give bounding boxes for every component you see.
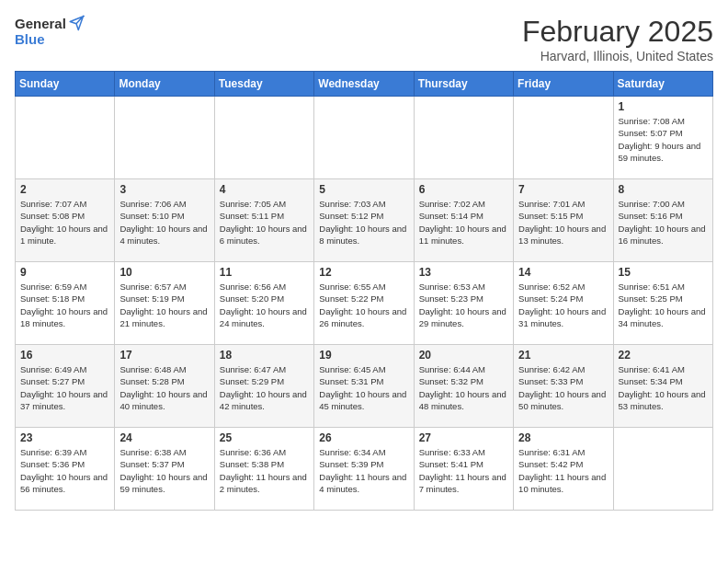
day-info: Sunrise: 6:55 AM Sunset: 5:22 PM Dayligh… [319, 281, 408, 329]
calendar-cell: 21Sunrise: 6:42 AM Sunset: 5:33 PM Dayli… [514, 345, 613, 428]
day-info: Sunrise: 7:08 AM Sunset: 5:07 PM Dayligh… [619, 115, 708, 164]
calendar-cell: 4Sunrise: 7:05 AM Sunset: 5:11 PM Daylig… [214, 179, 313, 262]
day-number: 21 [518, 349, 608, 362]
weekday-header-thursday: Thursday [414, 72, 513, 97]
day-info: Sunrise: 6:41 AM Sunset: 5:34 PM Dayligh… [619, 363, 708, 412]
calendar-cell: 23Sunrise: 6:39 AM Sunset: 5:36 PM Dayli… [16, 428, 115, 511]
day-info: Sunrise: 6:34 AM Sunset: 5:39 PM Dayligh… [319, 446, 408, 495]
calendar-week-row: 2Sunrise: 7:07 AM Sunset: 5:08 PM Daylig… [16, 179, 713, 262]
day-info: Sunrise: 6:49 AM Sunset: 5:27 PM Dayligh… [20, 363, 109, 412]
day-info: Sunrise: 6:45 AM Sunset: 5:31 PM Dayligh… [319, 363, 408, 412]
day-info: Sunrise: 6:39 AM Sunset: 5:36 PM Dayligh… [20, 446, 109, 495]
day-number: 24 [119, 431, 209, 444]
calendar-cell: 14Sunrise: 6:52 AM Sunset: 5:24 PM Dayli… [514, 262, 613, 345]
calendar-cell: 20Sunrise: 6:44 AM Sunset: 5:32 PM Dayli… [414, 345, 513, 428]
calendar-cell: 12Sunrise: 6:55 AM Sunset: 5:22 PM Dayli… [314, 262, 414, 345]
day-number: 11 [220, 266, 309, 279]
calendar-cell: 11Sunrise: 6:56 AM Sunset: 5:20 PM Dayli… [214, 262, 313, 345]
day-number: 23 [20, 431, 109, 444]
calendar-cell: 10Sunrise: 6:57 AM Sunset: 5:19 PM Dayli… [115, 262, 214, 345]
calendar-cell: 27Sunrise: 6:33 AM Sunset: 5:41 PM Dayli… [414, 428, 513, 511]
day-number: 14 [518, 266, 608, 279]
calendar-cell [16, 97, 115, 179]
day-number: 16 [20, 349, 109, 362]
day-info: Sunrise: 7:01 AM Sunset: 5:15 PM Dayligh… [518, 198, 608, 247]
logo-text-blue: Blue [15, 31, 45, 47]
logo-text-general: General [15, 16, 66, 31]
day-number: 6 [419, 183, 508, 196]
calendar-subtitle: Harvard, Illinois, United States [522, 49, 713, 63]
day-number: 3 [119, 183, 209, 196]
day-info: Sunrise: 6:33 AM Sunset: 5:41 PM Dayligh… [419, 446, 508, 495]
day-info: Sunrise: 7:07 AM Sunset: 5:08 PM Dayligh… [20, 198, 109, 247]
calendar-cell [314, 97, 414, 179]
day-info: Sunrise: 6:38 AM Sunset: 5:37 PM Dayligh… [119, 446, 209, 495]
calendar-cell: 19Sunrise: 6:45 AM Sunset: 5:31 PM Dayli… [314, 345, 414, 428]
logo-bird-icon [68, 15, 85, 31]
calendar-cell: 24Sunrise: 6:38 AM Sunset: 5:37 PM Dayli… [115, 428, 214, 511]
day-info: Sunrise: 6:57 AM Sunset: 5:19 PM Dayligh… [119, 281, 209, 329]
day-info: Sunrise: 6:44 AM Sunset: 5:32 PM Dayligh… [419, 363, 508, 412]
day-number: 17 [119, 349, 209, 362]
weekday-header-tuesday: Tuesday [214, 72, 313, 97]
day-info: Sunrise: 6:31 AM Sunset: 5:42 PM Dayligh… [518, 446, 608, 495]
weekday-header-wednesday: Wednesday [314, 72, 414, 97]
day-number: 26 [319, 431, 408, 444]
weekday-header-friday: Friday [514, 72, 613, 97]
day-info: Sunrise: 7:02 AM Sunset: 5:14 PM Dayligh… [419, 198, 508, 247]
calendar-cell: 6Sunrise: 7:02 AM Sunset: 5:14 PM Daylig… [414, 179, 513, 262]
calendar-week-row: 23Sunrise: 6:39 AM Sunset: 5:36 PM Dayli… [16, 428, 713, 511]
day-info: Sunrise: 6:56 AM Sunset: 5:20 PM Dayligh… [220, 281, 309, 329]
logo: General Blue [15, 15, 85, 47]
day-info: Sunrise: 7:00 AM Sunset: 5:16 PM Dayligh… [619, 198, 708, 247]
header: General Blue February 2025 Harvard, Illi… [15, 15, 713, 63]
weekday-header-monday: Monday [115, 72, 214, 97]
day-info: Sunrise: 6:42 AM Sunset: 5:33 PM Dayligh… [518, 363, 608, 412]
day-number: 22 [619, 349, 708, 362]
calendar-week-row: 1Sunrise: 7:08 AM Sunset: 5:07 PM Daylig… [16, 97, 713, 179]
calendar-cell: 15Sunrise: 6:51 AM Sunset: 5:25 PM Dayli… [613, 262, 712, 345]
calendar-cell [115, 97, 214, 179]
calendar-table: SundayMondayTuesdayWednesdayThursdayFrid… [15, 71, 713, 511]
calendar-cell: 3Sunrise: 7:06 AM Sunset: 5:10 PM Daylig… [115, 179, 214, 262]
calendar-cell: 8Sunrise: 7:00 AM Sunset: 5:16 PM Daylig… [613, 179, 712, 262]
day-number: 8 [619, 183, 708, 196]
calendar-cell: 25Sunrise: 6:36 AM Sunset: 5:38 PM Dayli… [214, 428, 313, 511]
day-info: Sunrise: 6:47 AM Sunset: 5:29 PM Dayligh… [220, 363, 309, 412]
calendar-cell: 5Sunrise: 7:03 AM Sunset: 5:12 PM Daylig… [314, 179, 414, 262]
calendar-cell: 16Sunrise: 6:49 AM Sunset: 5:27 PM Dayli… [16, 345, 115, 428]
day-number: 18 [220, 349, 309, 362]
calendar-week-row: 9Sunrise: 6:59 AM Sunset: 5:18 PM Daylig… [16, 262, 713, 345]
day-number: 27 [419, 431, 508, 444]
day-number: 1 [619, 100, 708, 113]
calendar-cell: 9Sunrise: 6:59 AM Sunset: 5:18 PM Daylig… [16, 262, 115, 345]
day-number: 13 [419, 266, 508, 279]
day-number: 4 [220, 183, 309, 196]
day-info: Sunrise: 7:06 AM Sunset: 5:10 PM Dayligh… [119, 198, 209, 247]
day-info: Sunrise: 7:05 AM Sunset: 5:11 PM Dayligh… [220, 198, 309, 247]
day-number: 12 [319, 266, 408, 279]
calendar-title: February 2025 [522, 15, 713, 49]
calendar-cell: 13Sunrise: 6:53 AM Sunset: 5:23 PM Dayli… [414, 262, 513, 345]
day-info: Sunrise: 7:03 AM Sunset: 5:12 PM Dayligh… [319, 198, 408, 247]
day-number: 2 [20, 183, 109, 196]
calendar-cell [414, 97, 513, 179]
day-info: Sunrise: 6:48 AM Sunset: 5:28 PM Dayligh… [119, 363, 209, 412]
weekday-header-row: SundayMondayTuesdayWednesdayThursdayFrid… [16, 72, 713, 97]
day-number: 9 [20, 266, 109, 279]
day-number: 20 [419, 349, 508, 362]
title-area: February 2025 Harvard, Illinois, United … [522, 15, 713, 63]
day-number: 19 [319, 349, 408, 362]
day-number: 15 [619, 266, 708, 279]
weekday-header-sunday: Sunday [16, 72, 115, 97]
calendar-cell: 22Sunrise: 6:41 AM Sunset: 5:34 PM Dayli… [613, 345, 712, 428]
day-info: Sunrise: 6:51 AM Sunset: 5:25 PM Dayligh… [619, 281, 708, 329]
day-number: 5 [319, 183, 408, 196]
calendar-cell: 26Sunrise: 6:34 AM Sunset: 5:39 PM Dayli… [314, 428, 414, 511]
day-number: 7 [518, 183, 608, 196]
calendar-cell: 1Sunrise: 7:08 AM Sunset: 5:07 PM Daylig… [613, 97, 712, 179]
day-number: 25 [220, 431, 309, 444]
day-info: Sunrise: 6:36 AM Sunset: 5:38 PM Dayligh… [220, 446, 309, 495]
day-info: Sunrise: 6:52 AM Sunset: 5:24 PM Dayligh… [518, 281, 608, 329]
day-number: 28 [518, 431, 608, 444]
